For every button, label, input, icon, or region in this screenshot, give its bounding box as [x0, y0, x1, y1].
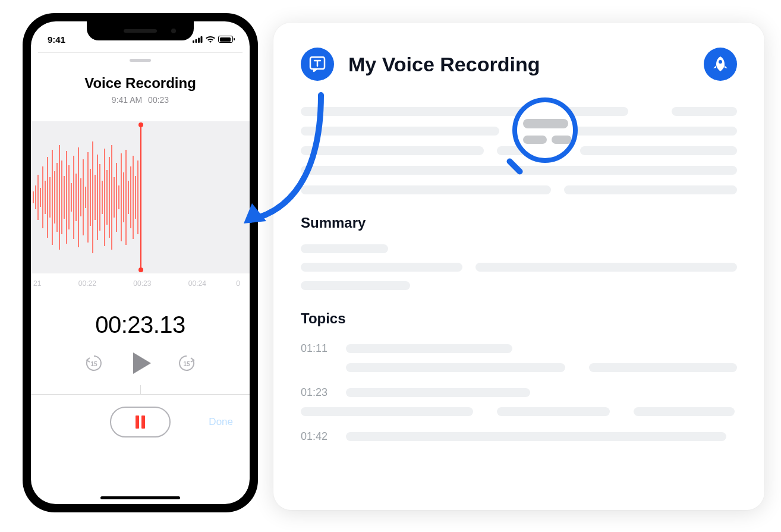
ruler-tick: 0	[236, 279, 240, 288]
phone-mockup: 9:41 Voice Recording 9:41 AM 00:23	[23, 13, 258, 512]
wifi-icon	[206, 36, 215, 43]
t-logo-icon	[308, 55, 326, 73]
topic-timestamp: 01:11	[301, 342, 333, 355]
status-indicators	[193, 36, 233, 43]
ruler-tick: 00:23	[133, 279, 151, 288]
time-ruler: 21 00:22 00:23 00:24 0	[31, 273, 250, 288]
summary-skeleton	[301, 244, 737, 290]
card-title: My Voice Recording	[348, 53, 689, 76]
divider	[31, 394, 250, 395]
app-logo	[301, 48, 334, 81]
done-button[interactable]: Done	[209, 416, 233, 428]
card-header: My Voice Recording	[301, 48, 737, 81]
drag-handle[interactable]	[130, 59, 151, 62]
home-indicator[interactable]	[100, 496, 180, 499]
recording-time: 9:41 AM	[112, 95, 142, 105]
recording-title: Voice Recording	[31, 75, 250, 92]
signal-icon	[193, 36, 203, 43]
rocket-badge[interactable]	[704, 48, 737, 81]
topic-item[interactable]: 01:11	[301, 342, 737, 372]
battery-icon	[218, 36, 233, 43]
divider	[38, 52, 243, 53]
elapsed-timer: 00:23.13	[31, 311, 250, 338]
phone-screen: 9:41 Voice Recording 9:41 AM 00:23	[31, 21, 250, 504]
transport-controls: 15 15	[31, 352, 250, 374]
waveform[interactable]	[31, 121, 250, 273]
topic-item[interactable]: 01:23	[301, 386, 737, 416]
phone-notch	[87, 21, 194, 40]
playhead[interactable]	[140, 125, 141, 270]
svg-rect-1	[196, 39, 197, 43]
summary-heading: Summary	[301, 215, 737, 231]
pause-button[interactable]	[110, 407, 171, 437]
transcript-skeleton	[301, 107, 737, 194]
topics-list: 01:11 01:23 01:42	[301, 342, 737, 443]
ruler-tick: 00:22	[78, 279, 96, 288]
topic-item[interactable]: 01:42	[301, 430, 737, 443]
ruler-tick: 00:24	[188, 279, 206, 288]
topic-timestamp: 01:42	[301, 430, 333, 443]
recording-subtitle: 9:41 AM 00:23	[31, 95, 250, 105]
skip-forward-15-icon[interactable]: 15	[177, 354, 196, 373]
recording-duration: 00:23	[148, 95, 169, 105]
pause-row: Done	[31, 407, 250, 437]
svg-rect-2	[198, 37, 200, 43]
svg-point-52	[719, 60, 722, 64]
topic-timestamp: 01:23	[301, 386, 333, 399]
svg-rect-0	[193, 40, 194, 43]
svg-text:15: 15	[183, 361, 190, 367]
ruler-tick: 21	[33, 279, 41, 288]
svg-rect-3	[201, 36, 203, 43]
rocket-icon	[711, 55, 729, 73]
status-time: 9:41	[48, 34, 65, 45]
transcription-card: My Voice Recording Summary T	[273, 23, 764, 510]
topics-heading: Topics	[301, 310, 737, 327]
play-button[interactable]	[133, 352, 151, 374]
skip-back-15-icon[interactable]: 15	[84, 354, 103, 373]
svg-text:15: 15	[90, 361, 97, 367]
